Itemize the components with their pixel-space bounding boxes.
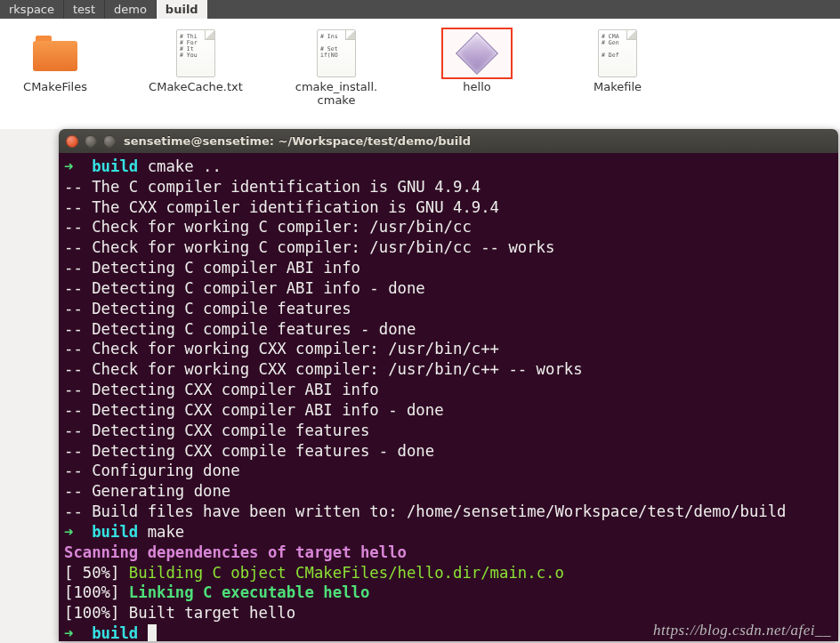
file-label: CMakeCache.txt: [149, 81, 243, 94]
file-item-cmakecache[interactable]: # Thi # For # It # You CMakeCache.txt: [151, 28, 240, 129]
term-line: -- Build files have been written to: /ho…: [64, 502, 787, 520]
file-preview: # CMA # Gen # Def: [598, 29, 637, 77]
minimize-icon[interactable]: [85, 135, 97, 148]
crumb-label: build: [166, 3, 198, 16]
file-preview: # Ins # Set if(NO: [317, 29, 356, 77]
file-item-makefile[interactable]: # CMA # Gen # Def Makefile: [573, 28, 662, 129]
window-title: sensetime@sensetime: ~/Workspace/test/de…: [124, 134, 471, 148]
term-line: -- Detecting CXX compiler ABI info - don…: [64, 401, 444, 419]
file-label: Makefile: [594, 81, 642, 94]
prompt-arrow: ➜: [64, 157, 73, 175]
textfile-icon: # Thi # For # It # You: [160, 28, 231, 79]
term-line: Scanning dependencies of target hello: [64, 543, 407, 561]
window-titlebar[interactable]: sensetime@sensetime: ~/Workspace/test/de…: [59, 129, 838, 153]
progress-label: [ 50%]: [64, 564, 119, 582]
crumb-label: test: [73, 3, 95, 16]
term-line: -- Check for working C compiler: /usr/bi…: [64, 218, 472, 236]
crumb-label: demo: [114, 3, 147, 16]
file-item-cmakefiles[interactable]: CMakeFiles: [11, 28, 100, 129]
term-line: -- Detecting C compiler ABI info - done: [64, 279, 425, 297]
crumb-workspace[interactable]: rkspace: [0, 0, 64, 19]
file-item-hello[interactable]: hello: [432, 28, 521, 129]
cursor-icon: [148, 624, 157, 641]
executable-icon: [441, 28, 513, 79]
terminal-window: sensetime@sensetime: ~/Workspace/test/de…: [59, 129, 838, 641]
file-label: CMakeFiles: [23, 81, 87, 94]
term-line: -- Detecting CXX compile features: [64, 422, 369, 439]
prompt-dir: build: [92, 157, 138, 175]
terminal-body[interactable]: ➜ build cmake .. -- The C compiler ident…: [59, 153, 838, 641]
crumb-test[interactable]: test: [64, 0, 105, 19]
folder-icon: [20, 28, 91, 79]
term-line: -- Check for working CXX compiler: /usr/…: [64, 340, 499, 358]
prompt-arrow: ➜: [64, 624, 73, 641]
close-icon[interactable]: [66, 135, 78, 148]
term-line: -- The CXX compiler identification is GN…: [64, 198, 499, 216]
prompt-arrow: ➜: [64, 523, 73, 541]
term-line: -- Check for working CXX compiler: /usr/…: [64, 360, 583, 378]
term-line: -- Configuring done: [64, 462, 240, 479]
file-label: hello: [463, 81, 490, 94]
term-line: -- Detecting C compiler ABI info: [64, 259, 360, 277]
term-line: -- Check for working C compiler: /usr/bi…: [64, 238, 554, 256]
crumb-build[interactable]: build: [157, 0, 207, 19]
term-line: -- Generating done: [64, 482, 230, 500]
term-line: Built target hello: [129, 604, 295, 622]
crumb-demo[interactable]: demo: [105, 0, 157, 19]
term-line: -- The C compiler identification is GNU …: [64, 178, 481, 196]
textfile-icon: # Ins # Set if(NO: [301, 28, 372, 79]
term-line: -- Detecting CXX compiler ABI info: [64, 381, 379, 398]
progress-label: [100%]: [64, 604, 119, 622]
term-line: -- Detecting C compile features: [64, 300, 351, 317]
term-line: Building C object CMakeFiles/hello.dir/m…: [129, 564, 564, 582]
file-grid: CMakeFiles # Thi # For # It # You CMakeC…: [0, 19, 840, 129]
cmd: make: [148, 523, 185, 541]
file-preview: # Thi # For # It # You: [176, 29, 215, 77]
term-line: -- Detecting C compile features - done: [64, 320, 416, 338]
progress-label: [100%]: [64, 583, 119, 601]
crumb-label: rkspace: [9, 3, 54, 16]
term-line: Linking C executable hello: [129, 583, 370, 601]
breadcrumb: rkspace test demo build: [0, 0, 840, 19]
prompt-dir: build: [92, 624, 138, 641]
term-line: -- Detecting CXX compile features - done: [64, 442, 434, 460]
file-label: cmake_install. cmake: [292, 81, 381, 108]
textfile-icon: # CMA # Gen # Def: [582, 28, 653, 79]
cmd: cmake ..: [148, 157, 222, 175]
file-item-cmakeinstall[interactable]: # Ins # Set if(NO cmake_install. cmake: [292, 28, 381, 129]
prompt-dir: build: [92, 523, 138, 541]
maximize-icon[interactable]: [103, 135, 116, 148]
